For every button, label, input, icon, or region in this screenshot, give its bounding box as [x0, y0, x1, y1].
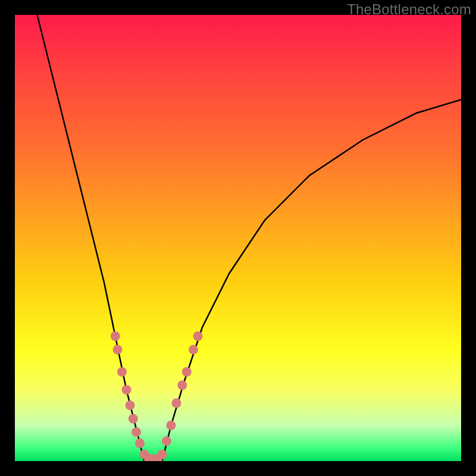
highlight-dot — [193, 331, 203, 341]
highlight-dot — [135, 439, 145, 448]
left-branch-curve — [37, 15, 145, 461]
highlight-dot — [182, 367, 192, 377]
curve-path-group — [37, 15, 462, 461]
highlight-dot — [172, 399, 181, 408]
highlight-dot — [177, 381, 187, 390]
marker-group — [111, 331, 203, 461]
highlight-dot — [129, 414, 138, 424]
highlight-dot — [167, 421, 176, 430]
chart-plot-area — [15, 15, 461, 461]
watermark-label: TheBottleneck.com — [347, 1, 471, 18]
highlight-dot — [113, 345, 123, 355]
highlight-dot — [158, 450, 167, 459]
chart-svg — [15, 15, 461, 461]
highlight-dot — [131, 427, 141, 437]
highlight-dot — [162, 436, 171, 446]
highlight-dot — [189, 345, 198, 355]
right-branch-curve — [162, 100, 462, 462]
highlight-dot — [117, 367, 127, 377]
highlight-dot — [111, 331, 120, 341]
highlight-dot — [122, 385, 131, 394]
highlight-dot — [126, 400, 135, 410]
